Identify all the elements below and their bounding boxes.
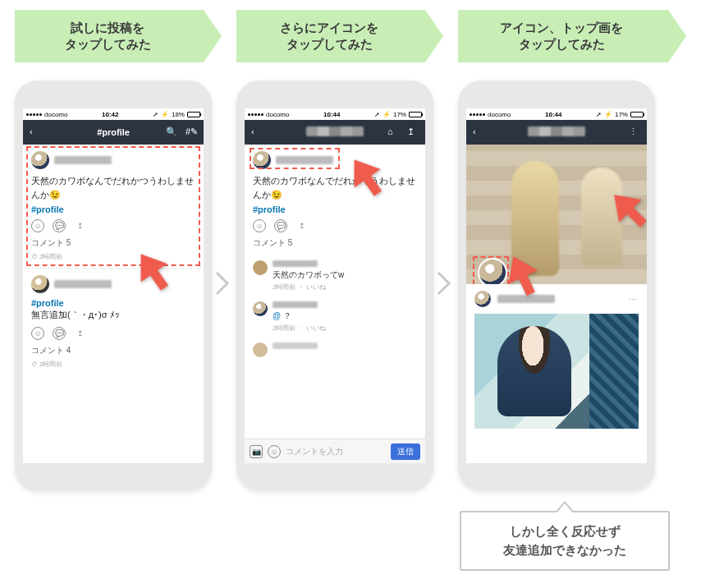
username-blur [54,156,112,164]
carrier-label: docomo [44,111,67,118]
step-2-line2: タップしてみた [286,37,373,51]
battery-pct: 17% [615,111,628,118]
comment-input[interactable]: コメントを入力 [286,446,386,457]
action-row: ☺ 💬 ↥ [253,219,417,232]
comment-3-partial[interactable] [245,338,425,362]
comment-icon[interactable]: 💬 [274,219,287,232]
avatar[interactable] [253,342,268,357]
comment-meta: 2時間前 ・ いいね [273,324,417,333]
carrier-label: docomo [266,111,289,118]
clock: 10:42 [102,111,118,118]
bluetooth-icon: ⚡ [604,111,612,118]
clock: 10:44 [323,111,340,118]
share-icon[interactable]: ↥ [296,219,309,232]
post-2[interactable]: #profile 無言追加(｀・д･)σ ﾒｯ ☺ 💬 ↥ コメント 4 ⏱ 2… [23,268,204,375]
avatar[interactable] [31,151,49,169]
share-icon[interactable]: ↥ [74,219,87,232]
battery-pct: 17% [393,111,406,118]
post-2-text: 無言追加(｀・д･)σ ﾒｯ [31,308,195,322]
comment-2[interactable]: @ ？ 2時間前 ・ いいね [245,296,425,338]
timestamp: ⏱ 2時間前 [31,360,195,369]
clock: 10:44 [545,111,561,118]
phone-1: docomo 10:42 ➚ ⚡ 18% ‹ #profile 🔍 #✎ [15,80,212,491]
step-1-header: 試しに投稿を タップしてみた [15,10,204,62]
camera-icon[interactable]: 📷 [250,445,263,458]
hashtag-link[interactable]: #profile [253,204,417,214]
phone-3: docomo 10:44 ➚ ⚡ 17% ‹ ⋮ [458,80,655,491]
post-image[interactable] [474,314,639,429]
home-icon[interactable]: ⌂ [387,126,399,138]
result-line1: しかし全く反応せず [510,524,621,538]
profile-name-row: ⋯ [466,284,647,314]
nav-title-blur [287,126,383,138]
post-1[interactable]: 天然のカワボなんでだれかつうわしませんか😉 #profile ☺ 💬 ↥ コメン… [23,145,204,268]
bluetooth-icon: ⚡ [383,111,391,118]
nav-bar: ‹ ⋮ [466,120,647,145]
avatar[interactable] [253,151,271,169]
username-blur [54,280,112,288]
nav-title: #profile [66,127,161,137]
signal-icon [26,113,42,116]
smile-icon[interactable]: ☺ [268,445,281,458]
phone-3-screen: docomo 10:44 ➚ ⚡ 17% ‹ ⋮ [466,108,647,463]
status-bar: docomo 10:44 ➚ ⚡ 17% [466,108,647,120]
comment-count[interactable]: コメント 5 [253,237,417,249]
back-icon[interactable]: ‹ [251,126,263,138]
step-3-line1: アイコン、トップ画を [500,21,623,34]
action-row: ☺ 💬 ↥ [31,219,195,232]
username-blur [273,301,318,308]
phone-1-screen: docomo 10:42 ➚ ⚡ 18% ‹ #profile 🔍 #✎ [23,108,204,463]
smile-icon[interactable]: ☺ [31,327,44,340]
emoji-wink: 😉 [49,188,61,202]
step-2-line1: さらにアイコンを [280,21,378,34]
nav-title-blur [509,126,604,138]
nav-bar: ‹ ⌂ ↥ [245,120,425,145]
compose-icon[interactable]: #✎ [186,126,197,138]
avatar-small[interactable] [474,291,491,307]
location-icon: ➚ [153,111,158,118]
username-blur [276,156,333,164]
search-icon[interactable]: 🔍 [166,126,177,138]
avatar[interactable] [253,260,268,275]
signal-icon [248,113,263,116]
username-blur [273,342,318,349]
smile-icon[interactable]: ☺ [31,219,44,232]
hashtag-link[interactable]: #profile [31,204,195,214]
battery-icon [187,112,200,117]
location-icon: ➚ [374,111,380,118]
comment-input-bar: 📷 ☺ コメントを入力 送信 [245,439,425,463]
mention[interactable]: @ [273,311,281,320]
post-detail: 天然のカワボなんでだれかつうわしませんか😉 #profile ☺ 💬 ↥ コメン… [245,145,425,255]
back-icon[interactable]: ‹ [473,126,484,138]
step-1-line2: タップしてみた [65,37,151,51]
comment-icon[interactable]: 💬 [53,219,66,232]
action-row: ☺ 💬 ↥ [31,327,195,340]
avatar[interactable] [31,275,49,293]
share-icon[interactable]: ↥ [74,327,87,340]
send-button[interactable]: 送信 [391,443,420,460]
battery-icon [409,112,422,117]
more-icon[interactable]: ⋯ [629,295,639,304]
result-caption: しかし全く反応せず 友達追加できなかった [460,511,670,571]
hashtag-link[interactable]: #profile [31,298,195,308]
username-blur [273,260,318,267]
avatar[interactable] [253,301,268,316]
comment-icon[interactable]: 💬 [53,327,66,340]
smile-icon[interactable]: ☺ [253,219,266,232]
comment-1[interactable]: 天然のカワボってw 2時間前 ・ いいね [245,255,425,296]
back-icon[interactable]: ‹ [30,126,41,138]
battery-icon [630,112,644,117]
comment-count[interactable]: コメント 4 [31,345,195,356]
more-icon[interactable]: ⋮ [629,126,640,138]
step-3-header: アイコン、トップ画を タップしてみた [458,10,668,62]
status-bar: docomo 10:42 ➚ ⚡ 18% [23,108,204,120]
result-line2: 友達追加できなかった [503,543,626,557]
comment-text: 天然のカワボってw [273,269,417,281]
share-icon[interactable]: ↥ [407,126,419,138]
comment-meta: 2時間前 ・ いいね [273,283,417,292]
post-1-text: 天然のカワボなんでだれかつうわしませんか😉 [31,174,195,201]
emoji-wink: 😉 [271,188,282,202]
step-2-header: さらにアイコンを タップしてみた [236,10,425,62]
chevron-next-2 [437,271,451,296]
comment-count[interactable]: コメント 5 [31,237,195,249]
